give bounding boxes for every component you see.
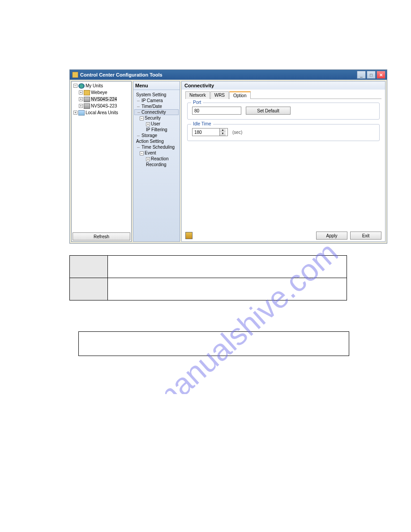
- table-cell-label: [70, 256, 108, 278]
- menu-user[interactable]: +User: [134, 121, 179, 127]
- table-cell-content: [108, 256, 347, 278]
- tree-label: NVS04S-224: [91, 97, 117, 102]
- table-row: [70, 278, 347, 300]
- port-fieldset: Port Set Default: [187, 103, 380, 120]
- maximize-button[interactable]: □: [367, 71, 376, 79]
- menu-time-date[interactable]: Time/Date: [134, 103, 179, 109]
- tree-nvs223[interactable]: + NVS04S-223: [73, 103, 130, 109]
- tree-nvs224[interactable]: + NVS04S-224: [73, 96, 130, 103]
- close-button[interactable]: ✕: [377, 71, 385, 79]
- menu-panel: Menu System Setting IP Camera Time/Date …: [133, 81, 180, 242]
- tree-my-units[interactable]: − My Units: [73, 82, 130, 89]
- expand-icon[interactable]: +: [146, 122, 150, 126]
- menu-ip-camera[interactable]: IP Camera: [134, 98, 179, 103]
- menu-security[interactable]: −Security: [134, 115, 179, 121]
- tab-wrs[interactable]: WRS: [210, 91, 229, 99]
- expand-icon[interactable]: −: [73, 84, 77, 88]
- network-icon: [78, 110, 85, 116]
- content-header: Connectivity: [182, 82, 385, 90]
- expand-icon[interactable]: −: [140, 151, 144, 155]
- expand-icon[interactable]: +: [73, 111, 77, 115]
- table-row: [70, 256, 347, 278]
- menu-action-setting[interactable]: Action Setting: [134, 138, 179, 144]
- status-icon: [185, 232, 193, 239]
- table-cell-label: [70, 278, 108, 300]
- spinner-up-icon[interactable]: ▲: [219, 129, 226, 132]
- tree-webeye[interactable]: + Webeye: [73, 89, 130, 96]
- menu-time-scheduling[interactable]: Time Scheduling: [134, 144, 179, 150]
- menu-recording[interactable]: Recording: [134, 162, 179, 167]
- exit-button[interactable]: Exit: [350, 232, 381, 240]
- note-box: [78, 331, 349, 356]
- titlebar: Control Center Configuration Tools _ □ ✕: [70, 70, 387, 80]
- idle-time-fieldset: Idle Time ▲ ▼ (sec): [187, 124, 380, 141]
- spinner-down-icon[interactable]: ▼: [219, 132, 226, 136]
- expand-icon[interactable]: +: [79, 104, 83, 108]
- folder-icon: [84, 90, 90, 95]
- menu-storage[interactable]: Storage: [134, 133, 179, 138]
- menu-reaction[interactable]: +Reaction: [134, 156, 179, 162]
- menu-ip-filtering[interactable]: IP Filtering: [134, 127, 179, 133]
- footer-row: Apply Exit: [182, 230, 385, 241]
- tree-label: NVS04S-223: [91, 103, 117, 108]
- tree-local-area[interactable]: + Local Area Units: [73, 109, 130, 116]
- menu-event[interactable]: −Event: [134, 150, 179, 156]
- refresh-button[interactable]: Refresh: [73, 232, 130, 240]
- tab-option[interactable]: Option: [229, 91, 250, 99]
- idle-time-legend: Idle Time: [191, 121, 213, 126]
- minimize-button[interactable]: _: [357, 71, 366, 79]
- port-input[interactable]: [192, 107, 241, 115]
- app-icon: [72, 72, 78, 78]
- expand-icon[interactable]: +: [79, 97, 83, 101]
- tree-label: Local Area Units: [86, 110, 118, 115]
- device-icon: [84, 103, 90, 109]
- idle-time-spinner[interactable]: ▲ ▼: [192, 128, 228, 136]
- tree-label: Webeye: [91, 90, 107, 95]
- menu-connectivity[interactable]: Connectivity: [134, 109, 179, 115]
- expand-icon[interactable]: −: [140, 116, 144, 120]
- app-window: Control Center Configuration Tools _ □ ✕…: [69, 69, 387, 244]
- expand-icon[interactable]: +: [79, 90, 83, 94]
- apply-button[interactable]: Apply: [316, 232, 347, 240]
- port-legend: Port: [191, 100, 203, 105]
- set-default-button[interactable]: Set Default: [246, 107, 291, 115]
- idle-time-unit: (sec): [232, 130, 242, 135]
- tree-label: My Units: [86, 83, 103, 88]
- table-cell-content: [108, 278, 347, 300]
- tab-bar: Network WRS Option: [185, 91, 381, 99]
- idle-time-input[interactable]: [193, 129, 219, 136]
- tree-panel: − My Units + Webeye + NVS04S-224: [71, 81, 132, 242]
- content-panel: Connectivity Network WRS Option Port Set…: [181, 81, 385, 242]
- description-table: [69, 255, 347, 300]
- expand-icon[interactable]: +: [146, 157, 150, 161]
- tab-network[interactable]: Network: [185, 91, 210, 99]
- device-icon: [84, 97, 90, 102]
- menu-system-setting[interactable]: System Setting: [134, 92, 179, 98]
- globe-icon: [78, 83, 85, 89]
- menu-header: Menu: [133, 82, 180, 90]
- window-title: Control Center Configuration Tools: [80, 72, 163, 77]
